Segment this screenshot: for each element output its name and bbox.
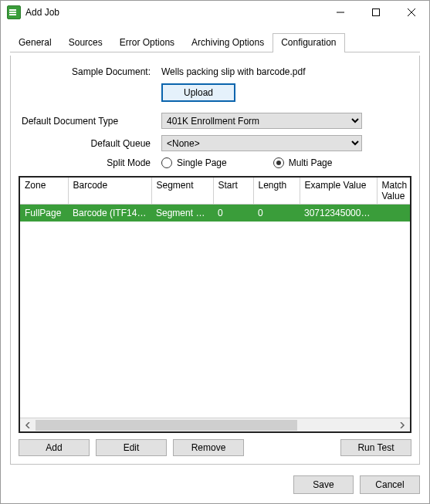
- split-mode-single-label: Single Page: [177, 157, 227, 168]
- grid-button-row: Add Edit Remove Run Test: [19, 439, 411, 456]
- tab-sources[interactable]: Sources: [60, 33, 111, 52]
- content-area: General Sources Error Options Archiving …: [1, 24, 429, 465]
- maximize-icon: [372, 8, 380, 16]
- tab-configuration[interactable]: Configuration: [273, 33, 344, 52]
- window-title: Add Job: [25, 7, 323, 18]
- default-document-type-select[interactable]: 401K Enrollment Form: [161, 113, 362, 129]
- table-row[interactable]: FullPage Barcode (ITF14) One Segment One…: [20, 205, 410, 222]
- tab-error-options[interactable]: Error Options: [111, 33, 183, 52]
- split-mode-multi-radio[interactable]: Multi Page: [273, 157, 333, 168]
- window-controls: [323, 1, 429, 24]
- cell-zone: FullPage: [20, 205, 68, 222]
- default-queue-label: Default Queue: [19, 138, 161, 149]
- cell-segment: Segment One: [151, 205, 213, 222]
- col-length[interactable]: Length: [253, 178, 300, 205]
- cell-barcode: Barcode (ITF14) One: [68, 205, 151, 222]
- cell-length: 0: [253, 205, 300, 222]
- split-mode-multi-label: Multi Page: [289, 157, 333, 168]
- radio-icon: [161, 157, 172, 168]
- scroll-track[interactable]: [36, 420, 394, 431]
- remove-button[interactable]: Remove: [173, 439, 244, 456]
- scroll-right-icon[interactable]: [396, 420, 408, 431]
- cell-match: [377, 205, 410, 222]
- add-job-dialog: Add Job General Sources Error Options Ar…: [0, 0, 430, 504]
- split-mode-single-radio[interactable]: Single Page: [161, 157, 227, 168]
- col-segment[interactable]: Segment: [151, 178, 213, 205]
- radio-dot-icon: [276, 161, 281, 165]
- split-mode-label: Split Mode: [19, 157, 161, 168]
- dialog-footer: Save Cancel: [1, 465, 429, 503]
- tab-general[interactable]: General: [10, 33, 60, 52]
- scroll-thumb[interactable]: [36, 420, 297, 431]
- minimize-icon: [337, 8, 344, 16]
- segments-grid: Zone Barcode Segment Start Length Exampl…: [19, 176, 411, 433]
- close-icon: [408, 8, 415, 16]
- col-start[interactable]: Start: [213, 178, 253, 205]
- close-button[interactable]: [394, 1, 429, 24]
- add-button[interactable]: Add: [19, 439, 90, 456]
- run-test-button[interactable]: Run Test: [340, 439, 411, 456]
- minimize-button[interactable]: [323, 1, 358, 24]
- svg-rect-1: [373, 9, 380, 16]
- col-barcode[interactable]: Barcode: [68, 178, 151, 205]
- save-button[interactable]: Save: [293, 475, 354, 494]
- col-example[interactable]: Example Value: [300, 178, 377, 205]
- cell-example: 30712345000010: [300, 205, 377, 222]
- cancel-button[interactable]: Cancel: [360, 475, 420, 494]
- app-icon: [7, 5, 21, 19]
- default-document-type-label: Default Document Type: [19, 116, 161, 127]
- default-queue-select[interactable]: <None>: [161, 135, 362, 151]
- titlebar[interactable]: Add Job: [1, 1, 429, 24]
- col-zone[interactable]: Zone: [20, 178, 68, 205]
- cell-start: 0: [213, 205, 253, 222]
- col-match[interactable]: Match Value: [377, 178, 410, 205]
- tab-archiving-options[interactable]: Archiving Options: [183, 33, 273, 52]
- radio-icon: [273, 157, 284, 168]
- maximize-button[interactable]: [358, 1, 394, 24]
- horizontal-scrollbar[interactable]: [20, 418, 410, 431]
- sample-document-label: Sample Document:: [19, 66, 161, 77]
- tab-bar: General Sources Error Options Archiving …: [10, 33, 420, 52]
- scroll-left-icon[interactable]: [22, 420, 34, 431]
- configuration-panel: Sample Document: Wells packing slip with…: [10, 56, 420, 465]
- upload-button[interactable]: Upload: [161, 83, 235, 102]
- table-header-row: Zone Barcode Segment Start Length Exampl…: [20, 178, 410, 205]
- sample-document-value: Wells packing slip with barcode.pdf: [161, 66, 411, 77]
- edit-button[interactable]: Edit: [96, 439, 167, 456]
